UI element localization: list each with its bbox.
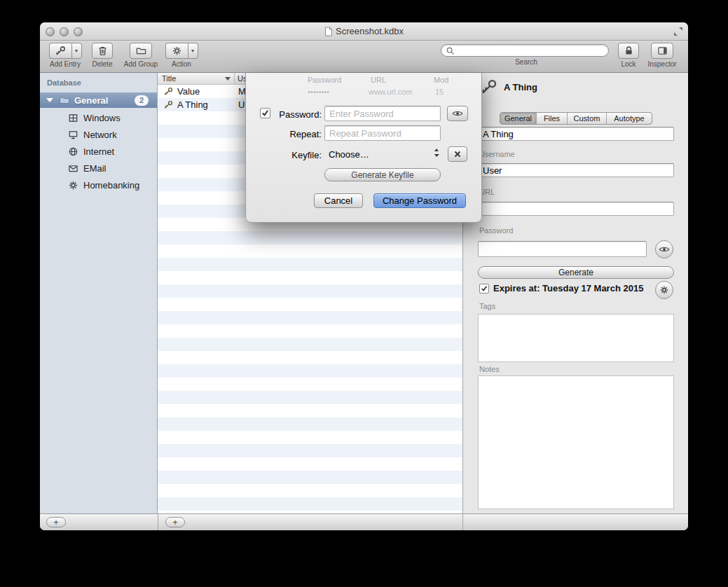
tab-files[interactable]: Files [537,113,568,124]
show-password-button[interactable] [447,106,468,121]
disclosure-triangle-icon[interactable] [46,98,53,102]
padlock-icon [618,43,639,59]
search: Search [441,43,612,66]
globe-icon [68,146,78,157]
key-icon [49,43,71,59]
change-password-sheet: Password URL Mod •••••••• www.url.com 15… [245,73,482,223]
inspector-panel-icon [651,43,673,59]
inspector-title: A Thing [504,82,537,92]
generate-password-button[interactable]: Generate [478,266,674,279]
delete-button[interactable]: Delete [88,43,117,68]
expires-label: Expires at: Tuesday 17 March 2015 [493,283,643,294]
action-label: Action [163,60,200,68]
expires-checkbox[interactable] [479,284,489,294]
password-field[interactable] [478,241,647,257]
lock-label: Lock [614,60,643,68]
sheet-repeat-label: Repeat: [271,129,322,139]
check-icon [481,285,488,292]
divider [158,514,158,530]
expires-row: Expires at: Tuesday 17 March 2015 [479,283,643,294]
gear-icon [165,43,188,59]
folder-icon [59,95,70,106]
add-entry-plus-button[interactable]: + [165,517,185,527]
chevron-down-icon: ▾ [71,43,82,59]
sort-indicator-icon [225,77,231,81]
fullscreen-icon[interactable] [673,27,683,36]
popup-stepper-icon[interactable] [434,148,439,160]
tab-general[interactable]: General [500,113,537,124]
lock-button[interactable]: Lock [614,43,643,68]
inspector-header: A Thing [481,78,537,95]
gear-icon [68,180,78,191]
notes-label: Notes [479,365,500,373]
sidebar-group-label: General [74,95,108,106]
action-button[interactable]: ▾ Action [163,43,200,68]
ghost-password-value: •••••••• [308,88,329,96]
search-icon [446,46,455,55]
check-icon [261,109,269,117]
delete-label: Delete [88,60,117,68]
window-title-text: Screenshot.kdbx [336,26,404,36]
tags-input[interactable] [478,314,674,362]
column-header-title[interactable]: Title [162,74,176,83]
keyfile-popup[interactable]: Choose… [329,149,369,160]
username-label: Username [479,150,515,158]
change-password-button[interactable]: Change Password [373,193,466,208]
app-window: Screenshot.kdbx ▾ Add Entry Delete [40,22,688,530]
search-text-input[interactable] [455,46,604,55]
sidebar-item-label: Homebanking [83,180,139,191]
sheet-password-label: Password: [271,109,322,120]
sidebar-item-email[interactable]: EMail [40,160,157,177]
sidebar-group-general[interactable]: General 2 [40,92,157,108]
close-icon [454,151,461,158]
title-field[interactable] [478,127,674,141]
tags-label: Tags [479,302,495,310]
generate-keyfile-button[interactable]: Generate Keyfile [324,168,441,181]
url-field[interactable] [478,202,674,216]
add-group-label: Add Group [121,60,160,68]
inspector-label: Inspector [645,60,679,68]
ghost-column-password: Password [308,76,341,84]
window-title: Screenshot.kdbx [40,26,688,36]
entry-title: Value [177,86,200,97]
ghost-url-value: www.url.com [369,88,412,96]
expires-settings-button[interactable] [655,281,673,299]
sidebar-item-label: Windows [83,113,121,123]
tab-autotype[interactable]: Autotype [607,113,652,124]
cancel-button[interactable]: Cancel [314,193,363,208]
sidebar-item-windows[interactable]: Windows [40,109,157,126]
document-icon [324,27,333,36]
ghost-mod-value: 15 [435,88,444,96]
ghost-column-mod: Mod [434,76,448,84]
add-group-button[interactable]: Add Group [121,43,160,68]
password-checkbox[interactable] [260,108,270,118]
column-divider[interactable] [234,73,235,84]
eye-icon [659,246,670,253]
new-password-input[interactable] [324,106,441,121]
sidebar-item-label: Network [83,130,117,140]
ghost-column-url: URL [371,76,386,84]
titlebar[interactable]: Screenshot.kdbx [40,22,688,41]
add-entry-button[interactable]: ▾ Add Entry [46,43,85,68]
bottom-bar: + + [40,513,688,530]
eye-icon [452,110,463,117]
show-password-button[interactable] [655,240,673,258]
clear-keyfile-button[interactable] [448,146,467,162]
username-field[interactable] [478,163,674,177]
inspector-button[interactable]: Inspector [645,43,679,68]
trash-icon [92,43,113,59]
tab-custom[interactable]: Custom [568,113,607,124]
entry-title: A Thing [177,99,208,110]
password-label: Password [479,226,513,235]
gear-icon [659,285,669,295]
repeat-password-input[interactable] [324,125,441,141]
sidebar-item-homebanking[interactable]: Homebanking [40,177,157,193]
add-group-plus-button[interactable]: + [46,517,66,527]
sidebar-header: Database [47,78,81,87]
sidebar-item-label: Internet [83,146,114,157]
sidebar-item-network[interactable]: Network [40,126,157,143]
notes-input[interactable] [478,375,674,509]
sidebar-item-internet[interactable]: Internet [40,143,157,160]
sidebar: Database General 2 Windows Network [40,73,158,513]
search-input[interactable] [441,44,609,57]
